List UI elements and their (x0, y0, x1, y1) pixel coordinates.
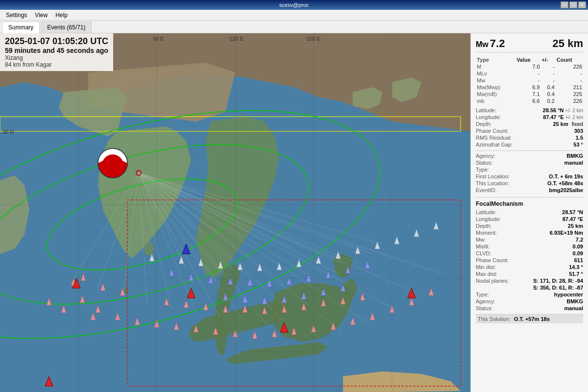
depth-val: 25 km fixed (553, 121, 583, 127)
mag-col-err: +/- (541, 56, 556, 63)
focal-mw-val: 7.2 (576, 237, 583, 243)
focal-lon-val: 87.47 °E (563, 216, 583, 222)
menu-help[interactable]: Help (51, 11, 72, 20)
focal-misfit-row: Misfit: 0.09 (476, 244, 583, 249)
focal-status-row: Status: manual (476, 305, 583, 311)
mag-col-value: Value (515, 56, 540, 63)
focal-maxdist-label: Max dist: (476, 271, 497, 277)
this-loc-row: This Location: O.T. +58m 48s (476, 180, 583, 186)
focal-nodal2-row: S: 356, D: 61, R: -87 (476, 285, 583, 291)
titlebar-controls: — □ ✕ (561, 1, 586, 8)
focal-agency-label: Agency: (476, 298, 495, 304)
focal-section: Latitude: 28.57 °N Longitude: 87.47 °E D… (476, 209, 583, 311)
focal-depth-label: Depth: (476, 223, 491, 229)
focal-moment-row: Moment: 6.93E+19 Nm (476, 230, 583, 236)
focal-agency-row: Agency: BMKG (476, 298, 583, 304)
tab-events[interactable]: Events (65/71) (41, 22, 92, 33)
mag-cell: - (556, 77, 583, 84)
type-row: Type: (476, 167, 583, 172)
focal-section-title: FocalMechanism (476, 197, 583, 207)
depth-label: Depth: (476, 121, 491, 127)
focal-mindist-val: 14.3 ° (569, 264, 583, 270)
this-loc-val: O.T. +58m 48s (547, 180, 583, 186)
eventid-row: EventID: bmg2025albe (476, 187, 583, 193)
focal-status-val: manual (564, 305, 583, 311)
type-label: Type: (476, 167, 489, 172)
mag-cell: - (515, 70, 540, 77)
lat-row: Latitude: 28.56 °N +/- 2 km (476, 107, 583, 113)
mag-cell: 0.4 (541, 84, 556, 91)
close-button[interactable]: ✕ (578, 1, 586, 8)
focal-phase-val: 611 (574, 257, 583, 263)
focal-mindist-label: Min dist: (476, 264, 496, 270)
az-row: Azimuthal Gap: 53 ° (476, 142, 583, 147)
svg-text:120 E: 120 E (229, 36, 244, 42)
focal-agency-val: BMKG (566, 298, 583, 304)
titlebar-title: scesv@proc (279, 2, 309, 8)
event-region: Xizang (5, 54, 108, 61)
menu-settings[interactable]: Settings (2, 11, 31, 20)
tab-summary[interactable]: Summary (2, 22, 40, 33)
focal-type-row: Type: hypocenter (476, 292, 583, 297)
titlebar: scesv@proc — □ ✕ (0, 0, 588, 10)
origin-section: Agency: BMKG Status: manual Type: First … (476, 150, 583, 193)
agency-row: Agency: BMKG (476, 153, 583, 159)
mw-value: 7.2 (490, 37, 505, 49)
lat-value: 28.56 °N +/- 2 km (543, 107, 583, 113)
focal-lon-row: Longitude: 87.47 °E (476, 216, 583, 222)
focal-clvd-val: 0.09 (573, 250, 583, 256)
lon-label: Longitude: (476, 114, 501, 120)
eventid-label: EventID: (476, 187, 496, 193)
first-loc-val: O.T. + 6m 19s (549, 173, 583, 179)
magnitude-depth-header: Mw 7.2 25 km (476, 37, 583, 52)
status-label: Status: (476, 160, 492, 166)
mag-cell: 6.6 (515, 98, 540, 104)
lon-value: 87.47 °E +/- 2 km (543, 114, 583, 120)
mag-cell: - (556, 70, 583, 77)
focal-status-label: Status: (476, 305, 492, 311)
focal-maxdist-row: Max dist: 51.7 ° (476, 271, 583, 277)
mag-col-count: Count (556, 56, 583, 63)
lon-row: Longitude: 87.47 °E +/- 2 km (476, 114, 583, 120)
agency-val: BMKG (566, 153, 583, 159)
main-content: 60 E 90 E 120 E 150 E 30 N 2025-01-07 01… (0, 33, 588, 392)
minimize-button[interactable]: — (561, 1, 568, 8)
info-panel: Mw 7.2 25 km Type Value +/- Count M7.0-2… (470, 33, 588, 392)
map-area[interactable]: 60 E 90 E 120 E 150 E 30 N 2025-01-07 01… (0, 33, 470, 392)
mag-cell: 226 (556, 63, 583, 70)
depth-row: Depth: 25 km fixed (476, 121, 583, 127)
menubar: Settings View Help (0, 10, 588, 21)
mag-cell: - (541, 63, 556, 70)
mag-cell: MLv (476, 70, 515, 77)
mag-cell: Mw(mB) (476, 91, 515, 98)
phase-label: Phase Count: (476, 128, 509, 134)
menu-view[interactable]: View (31, 11, 51, 20)
svg-text:90 E: 90 E (153, 36, 164, 42)
focal-lat-val: 28.57 °N (562, 209, 583, 215)
mag-cell: Mw (476, 77, 515, 84)
agency-label: Agency: (476, 153, 495, 159)
rms-row: RMS Residual: 1.5 (476, 135, 583, 141)
mag-cell: 211 (556, 84, 583, 91)
phase-val: 303 (574, 128, 583, 134)
focal-moment-val: 6.93E+19 Nm (550, 230, 583, 236)
depth-value: 25 km (553, 37, 583, 49)
focal-phase-label: Phase Count: (476, 257, 509, 263)
focal-clvd-row: CLVD: 0.09 (476, 250, 583, 256)
mag-cell: - (541, 70, 556, 77)
phase-row: Phase Count: 303 (476, 128, 583, 134)
mag-cell: 7.1 (515, 91, 540, 98)
magnitude-display: Mw 7.2 (476, 37, 505, 50)
focal-mw-label: Mw: (476, 237, 486, 243)
map-header: 2025-01-07 01:05:20 UTC 59 minutes and 4… (0, 33, 113, 71)
focal-type-val: hypocenter (554, 292, 583, 297)
maximize-button[interactable]: □ (569, 1, 577, 8)
focal-mindist-row: Min dist: 14.3 ° (476, 264, 583, 270)
focal-lat-label: Latitude: (476, 209, 496, 215)
solution-val: O.T. +57m 18s (514, 316, 550, 322)
focal-type-label: Type: (476, 292, 489, 297)
mag-cell: - (541, 77, 556, 84)
status-val: manual (564, 160, 583, 166)
mag-cell: mb (476, 98, 515, 104)
mag-cell: M (476, 63, 515, 70)
